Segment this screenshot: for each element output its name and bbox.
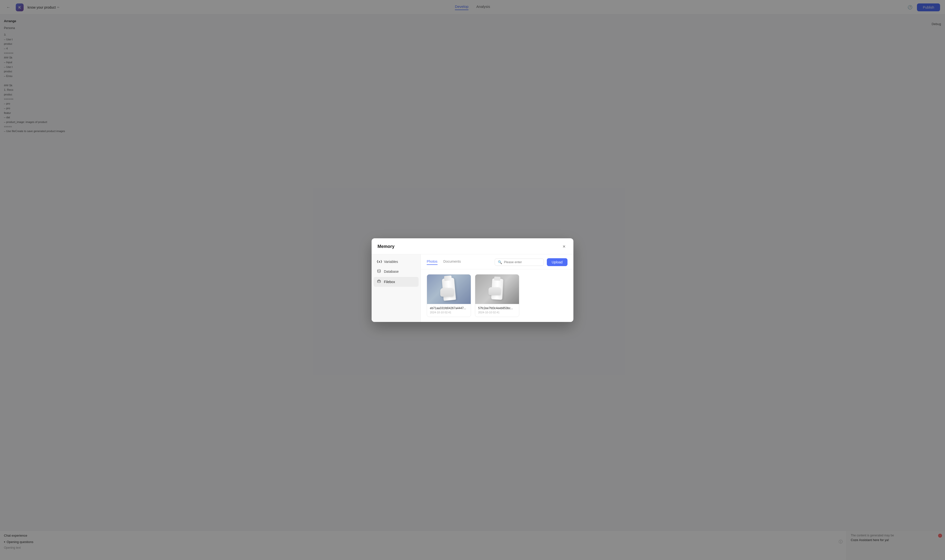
ps5-image-2 [475,274,519,304]
file-date-2: 2024-10-10 02:41 [478,311,516,314]
file-info-1: eb71aa331fd04267a4447... 2024-10-10 02:4… [427,304,471,317]
tab-photos[interactable]: Photos [427,260,438,265]
variables-icon: {x} [376,260,381,263]
sidebar-item-filebox[interactable]: Filebox [373,277,419,287]
file-thumbnail-2 [475,274,519,304]
file-thumbnail-1 [427,274,471,304]
filebox-label: Filebox [384,280,395,284]
tab-documents[interactable]: Documents [444,260,461,265]
filebox-icon [376,279,381,284]
modal-sidebar: {x} Variables Database [372,254,421,322]
variables-label: Variables [384,260,398,264]
file-info-2: 57fc2ee7fd3c4eeb853bc... 2024-10-10 02:4… [475,304,519,317]
modal-main-content: Photos Documents 🔍 Upload [421,254,573,322]
svg-rect-1 [378,280,381,283]
sidebar-item-database[interactable]: Database [373,266,419,277]
modal-title: Memory [378,244,395,249]
ps5-image-1 [427,274,471,304]
modal-header: Memory × [372,238,573,254]
content-tabs: Photos Documents [427,260,461,265]
database-icon [376,269,381,274]
search-icon: 🔍 [498,260,502,264]
ps5-controller-shape [440,288,454,297]
database-label: Database [384,269,399,274]
sidebar-item-variables[interactable]: {x} Variables [373,257,419,266]
modal-body: {x} Variables Database [372,254,573,322]
search-input[interactable] [504,260,541,264]
file-date-1: 2024-10-10 02:41 [430,311,468,314]
file-card-2[interactable]: 57fc2ee7fd3c4eeb853bc... 2024-10-10 02:4… [475,274,519,317]
upload-button[interactable]: Upload [547,258,567,266]
svg-point-0 [378,269,381,271]
memory-modal: Memory × {x} Variables [372,238,573,322]
files-grid: eb71aa331fd04267a4447... 2024-10-10 02:4… [421,269,573,322]
file-name-2: 57fc2ee7fd3c4eeb853bc... [478,306,516,310]
content-header: Photos Documents 🔍 Upload [421,254,573,269]
ps5-controller-shape-2 [489,287,501,295]
file-name-1: eb71aa331fd04267a4447... [430,306,468,310]
modal-overlay[interactable]: Memory × {x} Variables [0,0,945,560]
content-actions: 🔍 Upload [495,258,567,266]
search-box: 🔍 [495,258,544,266]
modal-close-button[interactable]: × [561,243,567,250]
file-card-1[interactable]: eb71aa331fd04267a4447... 2024-10-10 02:4… [427,274,471,317]
